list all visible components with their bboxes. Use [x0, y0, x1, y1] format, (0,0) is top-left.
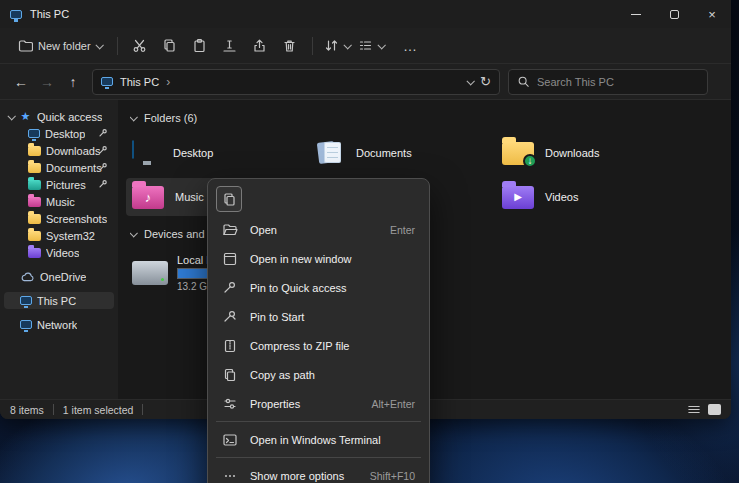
address-dropdown-icon[interactable]	[467, 77, 475, 85]
menu-item-show-more-options[interactable]: Show more options Shift+F10	[212, 461, 425, 483]
rename-button[interactable]	[215, 32, 245, 60]
toolbar-divider	[312, 37, 313, 55]
sidebar-item-documents[interactable]: Documents	[4, 159, 114, 176]
sidebar-item-pictures[interactable]: Pictures	[4, 176, 114, 193]
sidebar-item-downloads[interactable]: Downloads	[4, 142, 114, 159]
command-toolbar: New folder …	[0, 28, 731, 64]
forward-button[interactable]: →	[34, 69, 60, 95]
view-button[interactable]	[354, 32, 388, 60]
menu-item-label: Copy as path	[250, 369, 315, 381]
new-folder-button[interactable]: New folder	[10, 32, 110, 60]
selection-count-label: 1 item selected	[63, 404, 134, 416]
status-divider	[142, 404, 143, 415]
new-folder-label: New folder	[38, 40, 91, 52]
search-box[interactable]	[508, 69, 708, 95]
menu-item-label: Pin to Quick access	[250, 282, 347, 294]
back-button[interactable]: ←	[8, 69, 34, 95]
delete-icon	[282, 38, 297, 53]
chevron-down-icon	[95, 41, 103, 49]
sidebar-item-label: Pictures	[46, 179, 86, 191]
menu-item-open-in-windows-terminal[interactable]: Open in Windows Terminal	[212, 425, 425, 454]
chevron-down-icon	[377, 41, 385, 49]
sort-button[interactable]	[320, 32, 354, 60]
forward-icon: →	[40, 74, 54, 90]
open-icon	[222, 222, 238, 238]
share-icon	[252, 38, 267, 53]
sidebar-item-network[interactable]: Network	[4, 316, 114, 333]
breadcrumb-chevron-icon[interactable]: ›	[166, 75, 170, 89]
menu-item-label: Properties	[250, 398, 300, 410]
collapse-chevron-icon[interactable]	[130, 113, 138, 121]
quick-copy-button[interactable]	[216, 186, 242, 212]
properties-icon	[222, 396, 238, 412]
menu-item-compress-to-zip[interactable]: Compress to ZIP file	[212, 331, 425, 360]
menu-item-pin-to-start[interactable]: Pin to Start	[212, 302, 425, 331]
sidebar-item-this-pc[interactable]: This PC	[4, 292, 114, 309]
tile-desktop[interactable]: Desktop	[126, 134, 311, 172]
music-folder-icon: ♪	[132, 186, 164, 209]
sidebar-item-label: OneDrive	[40, 271, 86, 283]
sidebar-item-system32[interactable]: System32	[4, 227, 114, 244]
maximize-button[interactable]	[655, 0, 693, 28]
this-pc-icon	[101, 77, 113, 86]
share-button[interactable]	[245, 32, 275, 60]
terminal-icon	[222, 432, 238, 448]
videos-folder-icon: ▶	[502, 186, 534, 209]
minimize-button[interactable]	[617, 0, 655, 28]
close-button[interactable]: ×	[693, 0, 731, 28]
sidebar-item-quick-access[interactable]: ★ Quick access	[4, 108, 114, 125]
minimize-icon	[631, 14, 641, 15]
menu-item-pin-to-quick-access[interactable]: Pin to Quick access	[212, 273, 425, 302]
cut-button[interactable]	[125, 32, 155, 60]
expand-chevron-icon[interactable]	[7, 112, 15, 120]
folder-icon	[28, 214, 41, 224]
up-button[interactable]: ↑	[60, 69, 86, 95]
rename-icon	[222, 38, 237, 53]
documents-folder-icon	[28, 163, 41, 173]
sidebar-item-desktop[interactable]: Desktop	[4, 125, 114, 142]
breadcrumb-item-this-pc[interactable]: This PC	[120, 76, 159, 88]
menu-item-open-in-new-window[interactable]: Open in new window	[212, 244, 425, 273]
tile-label: Desktop	[173, 147, 213, 159]
search-input[interactable]	[537, 76, 699, 88]
context-menu-quick-actions	[212, 183, 425, 215]
copy-button[interactable]	[155, 32, 185, 60]
menu-item-label: Open in Windows Terminal	[250, 434, 381, 446]
sidebar-item-label: This PC	[37, 295, 76, 307]
folders-section-header[interactable]: Folders (6)	[130, 110, 731, 126]
details-view-toggle-icon[interactable]	[687, 403, 701, 416]
paste-icon	[192, 38, 207, 53]
menu-item-open[interactable]: Open Enter	[212, 215, 425, 244]
refresh-icon[interactable]: ↻	[480, 74, 491, 89]
sidebar-item-videos[interactable]: Videos	[4, 244, 114, 261]
pin-icon	[98, 179, 108, 189]
tile-label: Documents	[356, 147, 412, 159]
menu-item-label: Pin to Start	[250, 311, 304, 323]
toolbar-divider	[117, 37, 118, 55]
title-bar[interactable]: This PC ×	[0, 0, 731, 28]
copy-icon	[162, 38, 177, 53]
downloads-folder-icon	[28, 146, 41, 156]
sidebar-item-label: Music	[46, 196, 75, 208]
tile-documents[interactable]: Documents	[311, 134, 496, 172]
large-icons-view-toggle-icon[interactable]	[708, 404, 721, 415]
delete-button[interactable]	[275, 32, 305, 60]
collapse-chevron-icon[interactable]	[130, 229, 138, 237]
menu-item-shortcut: Shift+F10	[370, 470, 415, 482]
sidebar-item-onedrive[interactable]: OneDrive	[4, 268, 114, 285]
paste-button[interactable]	[185, 32, 215, 60]
pin-icon	[98, 162, 108, 172]
network-icon	[20, 320, 32, 329]
address-bar[interactable]: This PC › ↻	[92, 69, 500, 95]
menu-item-shortcut: Enter	[390, 224, 415, 236]
menu-item-copy-as-path[interactable]: Copy as path	[212, 360, 425, 389]
sidebar-item-music[interactable]: Music	[4, 193, 114, 210]
pin-icon	[98, 145, 108, 155]
sidebar-item-screenshots[interactable]: Screenshots	[4, 210, 114, 227]
tile-label: Downloads	[545, 147, 599, 159]
folder-icon	[28, 231, 41, 241]
tile-downloads[interactable]: ↓ Downloads	[496, 134, 681, 172]
menu-item-properties[interactable]: Properties Alt+Enter	[212, 389, 425, 418]
see-more-button[interactable]: …	[396, 32, 426, 60]
tile-videos[interactable]: ▶ Videos	[496, 178, 681, 216]
